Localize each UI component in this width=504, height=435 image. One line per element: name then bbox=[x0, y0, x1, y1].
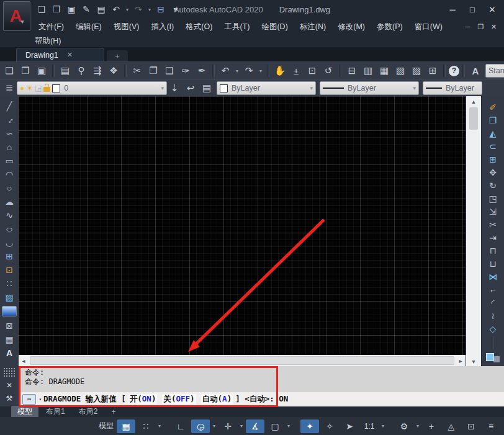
maximize-button[interactable]: □ bbox=[464, 2, 480, 16]
zoom-realtime-icon[interactable]: ± bbox=[289, 63, 304, 78]
snap-mode-button[interactable]: ∷ bbox=[137, 419, 155, 433]
help-icon[interactable]: ? bbox=[449, 66, 459, 76]
option-off[interactable]: 关(OFF) bbox=[162, 394, 196, 405]
table-icon[interactable]: ▦ bbox=[2, 334, 16, 344]
zoom-previous-icon[interactable]: ↺ bbox=[321, 63, 336, 78]
workspace-icon[interactable]: ⊟ bbox=[154, 3, 168, 16]
object-snap-button[interactable]: ✛ bbox=[218, 419, 237, 433]
undo-icon-dropdown[interactable]: ▾ bbox=[234, 68, 240, 74]
multiline-text-icon[interactable]: A bbox=[2, 348, 16, 357]
menu-window[interactable]: 窗口(W) bbox=[411, 20, 446, 34]
menu-view[interactable]: 视图(V) bbox=[110, 20, 143, 34]
design-center-icon[interactable]: ▥ bbox=[361, 63, 376, 78]
ortho-mode-button[interactable]: ∟ bbox=[171, 419, 190, 433]
tab-model[interactable]: 模型 bbox=[11, 406, 38, 418]
chamfer-icon[interactable]: ⌐ bbox=[486, 285, 500, 294]
isometric-drafting-button[interactable]: ▢ bbox=[266, 419, 284, 433]
menu-modify[interactable]: 修改(M) bbox=[334, 20, 369, 34]
dynamic-input-button[interactable]: ∡ bbox=[246, 419, 264, 433]
cut-icon[interactable]: ✂ bbox=[130, 63, 145, 78]
erase-icon[interactable]: ✐ bbox=[486, 102, 500, 112]
command-dock-grip[interactable] bbox=[3, 367, 16, 377]
vertical-scrollbar[interactable]: ▴ ▾ bbox=[466, 96, 481, 366]
horizontal-scroll-thumb[interactable] bbox=[30, 356, 454, 365]
new-layout-button[interactable]: + bbox=[105, 407, 122, 417]
redo-icon-dropdown[interactable]: ▾ bbox=[146, 7, 153, 12]
object-snap-button-dropdown[interactable]: ▾ bbox=[238, 423, 245, 429]
fillet-icon[interactable]: ◜ bbox=[486, 298, 500, 307]
scroll-right-icon[interactable]: ▸ bbox=[456, 357, 466, 364]
menu-help[interactable]: 帮助(H) bbox=[35, 36, 61, 47]
publish-icon[interactable]: ❖ bbox=[106, 63, 121, 78]
hatch-icon[interactable]: ▨ bbox=[2, 292, 16, 302]
snap-mode-button-dropdown[interactable]: ▾ bbox=[156, 423, 163, 429]
text-style-icon[interactable]: A bbox=[468, 63, 483, 78]
rotate-icon[interactable]: ↻ bbox=[486, 181, 500, 190]
scroll-left-icon[interactable]: ◂ bbox=[19, 357, 29, 364]
new-tab-button[interactable]: + bbox=[107, 50, 128, 61]
layer-color-swatch[interactable] bbox=[52, 84, 60, 92]
customize-command-icon[interactable]: ⚒ bbox=[3, 393, 16, 403]
batch-plot-icon[interactable]: ⇶ bbox=[90, 63, 105, 78]
arc-icon[interactable]: ◠ bbox=[2, 169, 16, 179]
new-file-icon[interactable]: ❏ bbox=[35, 3, 48, 16]
isolate-objects-button[interactable]: ◬ bbox=[442, 419, 461, 433]
horizontal-scrollbar[interactable]: ◂ ▸ bbox=[19, 355, 466, 366]
layer-unlock-icon[interactable] bbox=[43, 87, 50, 92]
isometric-drafting-button-dropdown[interactable]: ▾ bbox=[286, 423, 292, 429]
line-icon[interactable]: ╱ bbox=[2, 101, 16, 110]
style-combobox[interactable]: Standard ▾ bbox=[485, 64, 504, 78]
customization-menu-button[interactable]: ≡ bbox=[482, 419, 500, 433]
stretch-icon[interactable]: ⇲ bbox=[486, 207, 500, 216]
insert-block-icon[interactable]: ⊞ bbox=[2, 251, 16, 261]
mirror-icon[interactable]: ◭ bbox=[486, 128, 500, 138]
construction-line-icon[interactable]: ↔ bbox=[1, 111, 17, 127]
tool-palettes-icon[interactable]: ▦ bbox=[377, 63, 392, 78]
menu-format[interactable]: 格式(O) bbox=[182, 20, 216, 34]
layer-previous-icon[interactable]: ↩ bbox=[183, 81, 198, 96]
tab-close-icon[interactable]: ✕ bbox=[67, 51, 73, 59]
menu-draw[interactable]: 绘图(D) bbox=[258, 20, 291, 34]
menu-insert[interactable]: 插入(I) bbox=[147, 20, 178, 34]
quick-calc-icon[interactable]: ⊞ bbox=[425, 63, 440, 78]
block-editor-icon[interactable]: ✒ bbox=[194, 63, 209, 78]
create-block-icon[interactable]: ⊡ bbox=[2, 265, 16, 274]
close-command-icon[interactable]: ✕ bbox=[3, 380, 16, 390]
region-icon[interactable]: ⊠ bbox=[2, 321, 16, 330]
menu-parametric[interactable]: 参数(P) bbox=[373, 20, 407, 34]
layer-on-icon[interactable]: ● bbox=[20, 84, 24, 92]
ellipse-arc-icon[interactable]: ◡ bbox=[2, 238, 16, 247]
child-minimize-button[interactable]: ─ bbox=[462, 22, 473, 32]
plot-preview-icon[interactable]: ⚲ bbox=[74, 63, 89, 78]
undo-icon-dropdown[interactable]: ▾ bbox=[124, 7, 130, 12]
layer-properties-icon[interactable]: ≣ bbox=[2, 81, 17, 96]
join-icon[interactable]: ⋈ bbox=[486, 272, 500, 281]
circle-icon[interactable]: ○ bbox=[2, 183, 16, 192]
new-file-icon[interactable]: ❏ bbox=[2, 63, 17, 78]
linetype-combobox[interactable]: ByLayer ▾ bbox=[320, 81, 419, 95]
tab-layout1[interactable]: 布局1 bbox=[40, 406, 71, 418]
close-button[interactable]: ✕ bbox=[484, 2, 500, 16]
annotation-scale-value[interactable]: 1:1 bbox=[360, 419, 379, 433]
properties-palette-icon[interactable]: ⊟ bbox=[344, 63, 359, 78]
blend-curves-icon[interactable]: ≀ bbox=[486, 311, 500, 320]
trim-icon[interactable]: ✂ bbox=[486, 220, 500, 229]
markup-set-manager-icon[interactable]: ▨ bbox=[409, 63, 424, 78]
match-properties-icon[interactable]: ✑ bbox=[178, 63, 193, 78]
polar-tracking-button-dropdown[interactable]: ▾ bbox=[211, 423, 217, 429]
annotation-visibility-button[interactable]: ✦ bbox=[300, 419, 319, 433]
model-space-button[interactable]: 模型 bbox=[97, 419, 115, 433]
workspace-switching-button-dropdown[interactable]: ▾ bbox=[415, 423, 421, 429]
move-icon[interactable]: ✥ bbox=[486, 168, 500, 177]
drawing-tab[interactable]: Drawing1 ✕ bbox=[16, 48, 104, 61]
plot-icon[interactable]: ▤ bbox=[58, 63, 73, 78]
child-restore-button[interactable]: ❐ bbox=[475, 22, 486, 32]
layer-combobox[interactable]: ●☀◲ 0 ▾ bbox=[17, 81, 167, 95]
ellipse-icon[interactable]: ○ bbox=[0, 224, 19, 233]
annotation-scale-icon[interactable]: ➤ bbox=[340, 419, 359, 433]
offset-icon[interactable]: ⊂ bbox=[486, 141, 500, 151]
option-auto[interactable]: 自动(A) bbox=[201, 394, 233, 405]
scale-icon[interactable]: ◳ bbox=[486, 194, 500, 203]
workspace-switching-button[interactable]: ⚙ bbox=[395, 419, 413, 433]
menu-tools[interactable]: 工具(T) bbox=[220, 20, 253, 34]
